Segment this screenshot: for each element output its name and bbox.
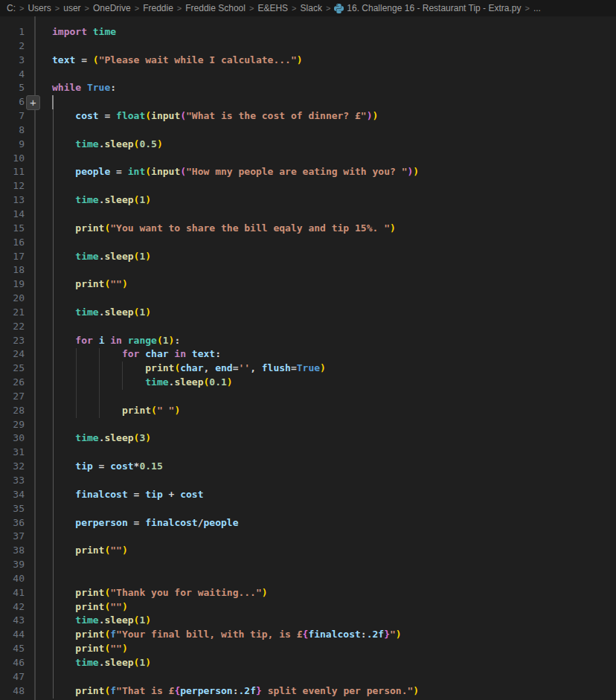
code-line[interactable]: 21 time.sleep(1) (0, 306, 616, 320)
line-number[interactable]: 22 (0, 320, 25, 334)
line-number[interactable]: 36 (0, 516, 25, 530)
line-number[interactable]: 45 (0, 642, 25, 656)
code-line[interactable]: 34 finalcost = tip + cost (0, 488, 616, 502)
code-line[interactable]: 43 time.sleep(1) (0, 614, 616, 628)
line-number[interactable]: 28 (0, 404, 25, 418)
line-number[interactable]: 20 (0, 292, 25, 306)
code-line[interactable]: 38 print("") (0, 544, 616, 558)
line-number[interactable]: 10 (0, 152, 25, 166)
code-line[interactable]: 44 print(f"Your final bill, with tip, is… (0, 628, 616, 642)
line-number[interactable]: 30 (0, 431, 25, 446)
code-line[interactable]: 8 (0, 123, 616, 138)
breadcrumb-item[interactable]: C: (7, 3, 16, 13)
breadcrumb-symbol-ellipsis[interactable]: ... (533, 3, 541, 13)
code-line[interactable]: 22 (0, 320, 616, 334)
line-number[interactable]: 1 (0, 25, 25, 39)
code-line[interactable]: 19 print("") (0, 277, 616, 292)
line-number[interactable]: 27 (0, 390, 25, 404)
line-number[interactable]: 5 (0, 81, 25, 95)
code-line[interactable]: 5while True: (0, 81, 616, 95)
code-line[interactable]: 47 (0, 670, 616, 684)
code-line[interactable]: 26 time.sleep(0.1) (0, 376, 616, 390)
code-line[interactable]: 2 (0, 39, 616, 54)
code-line[interactable]: 15 print("You want to share the bill eqa… (0, 222, 616, 236)
line-number[interactable]: 29 (0, 418, 25, 432)
code-line[interactable]: 7 cost = float(input("What is the cost o… (0, 109, 616, 123)
code-line[interactable]: 13 time.sleep(1) (0, 193, 616, 208)
breadcrumb-item[interactable]: OneDrive (93, 3, 131, 13)
line-number[interactable]: 40 (0, 572, 25, 586)
line-number[interactable]: 31 (0, 446, 25, 460)
line-number[interactable]: 19 (0, 277, 25, 292)
line-number[interactable]: 8 (0, 123, 25, 138)
code-line[interactable]: 16 (0, 236, 616, 250)
code-line[interactable]: 28 print(" ") (0, 404, 616, 418)
code-line[interactable]: 42 print("") (0, 600, 616, 614)
line-number[interactable]: 35 (0, 502, 25, 516)
code-line[interactable]: 33 (0, 474, 616, 488)
line-number[interactable]: 34 (0, 488, 25, 502)
code-line[interactable]: 9 time.sleep(0.5) (0, 138, 616, 152)
line-number[interactable]: 9 (0, 138, 25, 152)
code-line[interactable]: 36 perperson = finalcost/people (0, 516, 616, 530)
line-number[interactable]: 2 (0, 39, 25, 54)
line-number[interactable]: 16 (0, 236, 25, 250)
code-line[interactable]: 30 time.sleep(3) (0, 431, 616, 446)
breadcrumb-item[interactable]: user (63, 3, 80, 13)
line-number[interactable]: 48 (0, 684, 25, 699)
line-number[interactable]: 14 (0, 208, 25, 222)
line-number[interactable]: 43 (0, 614, 25, 628)
code-line[interactable]: 32 tip = cost*0.15 (0, 460, 616, 474)
line-number[interactable]: 12 (0, 179, 25, 193)
code-line[interactable]: 11 people = int(input("How mny people ar… (0, 165, 616, 179)
line-number[interactable]: 23 (0, 334, 25, 348)
line-number[interactable]: 33 (0, 474, 25, 488)
line-number[interactable]: 41 (0, 586, 25, 600)
line-number[interactable]: 42 (0, 600, 25, 614)
line-number[interactable]: 44 (0, 628, 25, 642)
breadcrumb-file[interactable]: 16. Challenge 16 - Restaurant Tip - Extr… (334, 3, 521, 13)
code-line[interactable]: 45 print("") (0, 642, 616, 656)
code-line[interactable]: 29 (0, 418, 616, 432)
line-number[interactable]: 32 (0, 460, 25, 474)
breadcrumb-item[interactable]: Slack (301, 3, 322, 13)
line-number[interactable]: 6 (0, 95, 25, 109)
line-number[interactable]: 18 (0, 263, 25, 277)
gutter-plus-button[interactable]: + (26, 95, 40, 110)
line-number[interactable]: 4 (0, 68, 25, 82)
code-line[interactable]: 17 time.sleep(1) (0, 250, 616, 264)
line-number[interactable]: 21 (0, 306, 25, 320)
code-line[interactable]: 1import time (0, 25, 616, 39)
code-line[interactable]: 24 for char in text: (0, 347, 616, 362)
breadcrumb-item[interactable]: Users (28, 3, 51, 13)
code-line[interactable]: 46 time.sleep(1) (0, 656, 616, 670)
code-line[interactable]: 41 print("Thank you for waiting...") (0, 586, 616, 600)
line-number[interactable]: 17 (0, 250, 25, 264)
code-line[interactable]: 31 (0, 446, 616, 460)
breadcrumb-item[interactable]: Freddie School (185, 3, 246, 13)
line-number[interactable]: 47 (0, 670, 25, 684)
line-number[interactable]: 13 (0, 193, 25, 208)
code-line[interactable]: 23 for i in range(1): (0, 334, 616, 348)
code-line[interactable]: 20 (0, 292, 616, 306)
line-number[interactable]: 24 (0, 347, 25, 362)
code-line[interactable]: 35 (0, 502, 616, 516)
code-line[interactable]: 39 (0, 558, 616, 572)
line-number[interactable]: 38 (0, 544, 25, 558)
line-number[interactable]: 46 (0, 656, 25, 670)
line-number[interactable]: 3 (0, 54, 25, 68)
code-line[interactable]: 3text = ("Please wait while I calculate.… (0, 54, 616, 68)
line-number[interactable]: 7 (0, 109, 25, 123)
breadcrumb-item[interactable]: E&EHS (257, 3, 288, 13)
line-number[interactable]: 39 (0, 558, 25, 572)
code-line[interactable]: 6 (0, 95, 616, 109)
code-line[interactable]: 25 print(char, end='', flush=True) (0, 362, 616, 376)
line-number[interactable]: 25 (0, 362, 25, 376)
code-editor[interactable]: 1import time23text = ("Please wait while… (0, 16, 616, 700)
code-line[interactable]: 18 (0, 263, 616, 277)
code-line[interactable]: 14 (0, 208, 616, 222)
line-number[interactable]: 37 (0, 530, 25, 544)
code-line[interactable]: 40 (0, 572, 616, 586)
breadcrumb-item[interactable]: Freddie (143, 3, 173, 13)
code-line[interactable]: 12 (0, 179, 616, 193)
